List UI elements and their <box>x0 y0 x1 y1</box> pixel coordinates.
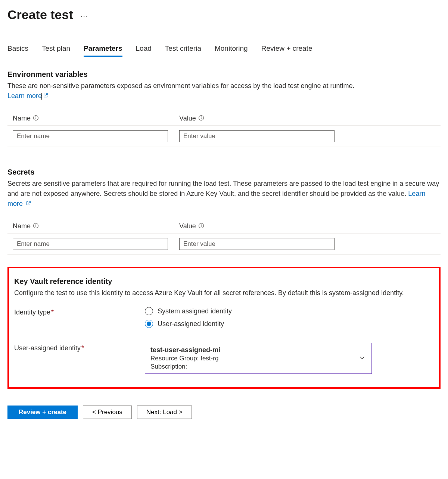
info-icon[interactable] <box>198 115 204 122</box>
key-vault-description: Configure the test to use this identity … <box>14 288 434 298</box>
selected-identity-name: test-user-assigned-mi <box>150 346 355 354</box>
secrets-name-input[interactable] <box>13 238 168 250</box>
tab-load[interactable]: Load <box>136 44 152 57</box>
tab-basics[interactable]: Basics <box>7 44 28 57</box>
svg-point-5 <box>201 116 201 117</box>
secrets-value-header: Value <box>179 222 196 230</box>
identity-type-label: Identity type* <box>14 307 145 316</box>
secrets-description: Secrets are sensitive parameters that ar… <box>7 179 441 209</box>
tab-bar: BasicsTest planParametersLoadTest criter… <box>7 44 441 57</box>
external-link-icon <box>43 91 48 101</box>
env-value-input[interactable] <box>179 130 335 142</box>
page-title: Create test <box>7 7 73 22</box>
info-icon[interactable] <box>198 223 204 230</box>
user-assigned-identity-label: User-assigned identity* <box>14 343 145 352</box>
selected-identity-rg: Resource Group: test-rg <box>150 355 355 362</box>
tab-parameters[interactable]: Parameters <box>84 44 122 57</box>
more-icon[interactable]: ··· <box>81 13 88 19</box>
tab-test-criteria[interactable]: Test criteria <box>165 44 201 57</box>
svg-point-8 <box>35 224 36 225</box>
secrets-heading: Secrets <box>7 168 441 176</box>
info-icon[interactable] <box>33 115 39 122</box>
chevron-down-icon <box>359 354 365 363</box>
secrets-name-header: Name <box>13 222 31 230</box>
key-vault-heading: Key Vault reference identity <box>14 277 434 286</box>
review-create-button[interactable]: Review + create <box>7 406 78 419</box>
text-cursor <box>41 93 42 100</box>
key-vault-section: Key Vault reference identity Configure t… <box>7 267 441 389</box>
env-name-header: Name <box>13 115 31 122</box>
info-icon[interactable] <box>33 223 39 230</box>
tab-review-create[interactable]: Review + create <box>261 44 312 57</box>
radio-system-assigned[interactable]: System assigned identity <box>145 307 232 315</box>
secrets-section: Secrets Secrets are sensitive parameters… <box>7 168 441 255</box>
env-value-header: Value <box>179 115 196 122</box>
previous-button[interactable]: < Previous <box>83 406 132 419</box>
env-vars-description: These are non-sensitive parameters expos… <box>7 81 441 101</box>
env-vars-heading: Environment variables <box>7 70 441 79</box>
env-vars-learn-more-link[interactable]: Learn more <box>7 92 48 100</box>
secrets-value-input[interactable] <box>179 238 335 250</box>
footer-actions: Review + create < Previous Next: Load > <box>7 397 441 419</box>
svg-point-2 <box>35 116 36 117</box>
user-assigned-identity-select[interactable]: test-user-assigned-mi Resource Group: te… <box>145 343 372 374</box>
tab-test-plan[interactable]: Test plan <box>42 44 70 57</box>
radio-user-assigned[interactable]: User-assigned identity <box>145 320 232 328</box>
identity-type-radio-group: System assigned identity User-assigned i… <box>145 307 232 328</box>
env-name-input[interactable] <box>13 130 168 142</box>
selected-identity-sub: Subscription: <box>150 363 355 370</box>
svg-point-11 <box>201 224 201 225</box>
env-vars-section: Environment variables These are non-sens… <box>7 70 441 147</box>
tab-monitoring[interactable]: Monitoring <box>215 44 248 57</box>
next-button[interactable]: Next: Load > <box>137 406 192 419</box>
external-link-icon <box>26 199 31 209</box>
